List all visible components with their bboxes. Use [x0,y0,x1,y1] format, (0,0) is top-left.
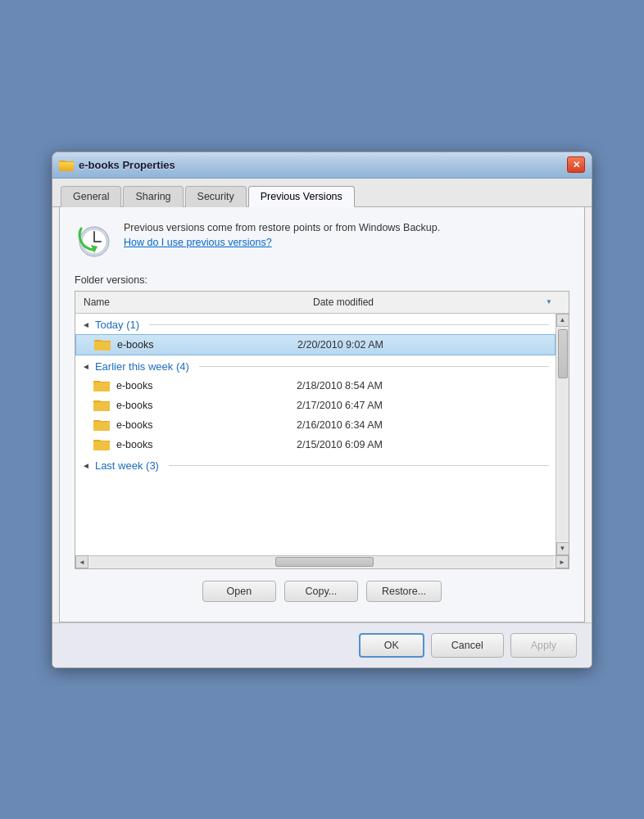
group-lastweek-title: Last week (3) [95,459,159,472]
item-name: e-books [117,339,297,351]
bottom-section: OK Cancel Apply [52,622,592,667]
tab-previous-versions[interactable]: Previous Versions [248,186,355,207]
ok-button[interactable]: OK [359,633,424,658]
column-date-modified: Date modified [305,295,546,310]
folder-icon [94,338,111,351]
group-lastweek-arrow: ◄ [82,461,90,470]
folder-versions-label: Folder versions: [75,274,569,286]
list-item[interactable]: e-books 2/15/2010 6:09 AM [75,435,556,455]
horizontal-scrollbar[interactable]: ◄ ► [75,555,569,568]
column-name: Name [75,295,305,310]
hscrollbar-track[interactable] [90,556,554,568]
properties-window: e-books Properties ✕ General Sharing Sec… [52,152,592,668]
list-scroll-area: ◄ Today (1) e-books 2/20/2010 9:02 AM [75,314,569,555]
open-button[interactable]: Open [202,581,276,602]
info-description: Previous versions come from restore poin… [124,220,440,251]
item-date: 2/17/2010 6:47 AM [297,400,383,411]
list-item[interactable]: e-books 2/16/2010 6:34 AM [75,415,556,435]
hscrollbar-left-arrow[interactable]: ◄ [75,555,88,568]
versions-list-container: Name Date modified ▼ ◄ Today (1) [75,291,569,569]
scrollbar-thumb[interactable] [558,329,568,378]
group-week-title: Earlier this week (4) [95,360,189,373]
title-bar: e-books Properties ✕ [52,152,592,179]
info-help-link[interactable]: How do I use previous versions? [124,237,272,248]
tabs-container: General Sharing Security Previous Versio… [52,179,592,207]
item-date: 2/16/2010 6:34 AM [297,419,383,431]
folder-icon [93,399,110,412]
item-name: e-books [116,380,297,391]
close-button[interactable]: ✕ [567,156,585,173]
svg-rect-7 [94,341,111,351]
item-name: e-books [116,419,297,431]
item-date: 2/18/2010 8:54 AM [297,380,383,391]
scrollbar-down-arrow[interactable]: ▼ [556,542,569,555]
group-lastweek-header[interactable]: ◄ Last week (3) [75,455,556,475]
cancel-button[interactable]: Cancel [431,633,504,658]
vertical-scrollbar[interactable]: ▲ ▼ [556,314,569,555]
list-item[interactable]: e-books 2/18/2010 8:54 AM [75,376,556,396]
restore-clock-icon [75,220,114,260]
group-today-divider [149,324,549,325]
action-buttons: Open Copy... Restore... [75,581,569,602]
svg-rect-8 [93,382,110,391]
group-week-divider [199,366,549,367]
svg-rect-9 [93,401,110,411]
item-name: e-books [116,439,297,450]
hscrollbar-thumb[interactable] [275,557,374,567]
group-week-arrow: ◄ [82,362,90,371]
title-bar-icon [59,157,74,172]
group-today-title: Today (1) [95,319,139,331]
hscrollbar-right-arrow[interactable]: ► [556,555,569,568]
list-header: Name Date modified ▼ [75,292,569,314]
item-date: 2/15/2010 6:09 AM [297,439,383,450]
svg-rect-10 [93,421,110,431]
copy-button[interactable]: Copy... [284,581,358,602]
svg-rect-1 [59,161,74,171]
info-section: Previous versions come from restore poin… [75,220,569,260]
group-today-arrow: ◄ [82,320,90,329]
folder-icon [93,379,110,392]
tab-general[interactable]: General [61,186,121,207]
tab-content: Previous versions come from restore poin… [59,207,585,622]
svg-rect-11 [93,441,110,450]
window-title: e-books Properties [79,159,567,171]
group-today-header[interactable]: ◄ Today (1) [75,314,556,334]
sort-indicator: ▼ [546,298,552,305]
tab-sharing[interactable]: Sharing [123,186,183,207]
group-week-header[interactable]: ◄ Earlier this week (4) [75,355,556,376]
list-item[interactable]: e-books 2/20/2010 9:02 AM [75,334,556,355]
list-content: ◄ Today (1) e-books 2/20/2010 9:02 AM [75,314,556,555]
item-name: e-books [116,400,297,411]
info-description-text: Previous versions come from restore poin… [124,222,440,233]
restore-button[interactable]: Restore... [366,581,442,602]
scrollbar-up-arrow[interactable]: ▲ [556,314,569,327]
list-item[interactable]: e-books 2/17/2010 6:47 AM [75,396,556,415]
folder-icon [93,438,110,451]
tab-security[interactable]: Security [185,186,247,207]
group-lastweek-divider [169,465,549,466]
apply-button[interactable]: Apply [510,633,577,658]
scrollbar-track[interactable] [557,328,569,541]
folder-icon [93,419,110,432]
item-date: 2/20/2010 9:02 AM [297,339,383,351]
